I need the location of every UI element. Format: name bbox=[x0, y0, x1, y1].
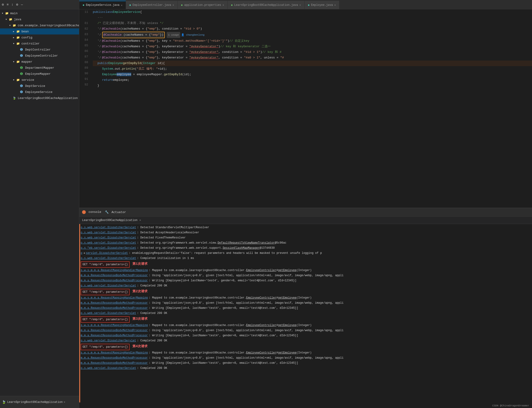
tab-springbootapp[interactable]: ● LearnSpringBoot09CacheApplication.java… bbox=[228, 1, 304, 9]
tab-bar: ● EmployeeService.java ✕ ● EmployeeContr… bbox=[79, 0, 532, 9]
code-line-11: public class EmployeeService { bbox=[93, 9, 532, 15]
tree-item-deptservice[interactable]: 🅒 DeptService bbox=[0, 83, 79, 89]
src-6[interactable]: o bbox=[81, 251, 82, 256]
tab-employeeservice[interactable]: ● EmployeeService.java ✕ bbox=[79, 1, 126, 9]
src-r3-2[interactable]: m.m.a.RequestResponseBodyMethodProcessor bbox=[81, 328, 148, 333]
toolbar-icon-3[interactable]: ↕ bbox=[11, 3, 13, 7]
user-changbenlong: 👤 changbenlong bbox=[181, 32, 204, 38]
tree-item-mapper[interactable]: 📁 mapper bbox=[0, 59, 79, 65]
tree-item-application[interactable]: 🍃 LearnSpringBoot09CacheApplication bbox=[0, 95, 79, 101]
tab-appproperties[interactable]: ● application.properties ✕ bbox=[178, 1, 228, 9]
src-1[interactable]: o.s.web.servlet.DispatcherServlet bbox=[81, 225, 136, 230]
console-line-2: o.s.web.servlet.DispatcherServlet : Dete… bbox=[81, 230, 532, 235]
tree-item-service[interactable]: 📁 service bbox=[0, 77, 79, 83]
csdn-footer: CSDN @ChinaDragonDreamer bbox=[79, 402, 532, 408]
src-5[interactable]: o.s "eb.servlet.DispatcherServlet bbox=[81, 246, 136, 251]
code-line-90: Employee employee = employeeMapper. getE… bbox=[93, 72, 532, 77]
actuator-tab-label: Actuator bbox=[111, 211, 126, 214]
code-line-91: return employee; bbox=[93, 77, 532, 83]
folder-icon-main: 📁 bbox=[5, 12, 9, 15]
code-89-paren: ("员工 编号: "+id); bbox=[135, 66, 167, 72]
src-7[interactable]: o.s.web.servlet.DispatcherServlet bbox=[81, 256, 136, 261]
java-icon-deptservice: 🅒 bbox=[20, 84, 24, 88]
txt-r1-4: : Completed 200 OK bbox=[137, 283, 167, 288]
tab-employeecontroller[interactable]: ● EmployeeController.java ✕ bbox=[126, 1, 178, 9]
tree-item-controller[interactable]: 📁 controller bbox=[0, 41, 79, 47]
java-icon-deptcontroller: 🅒 bbox=[20, 48, 24, 51]
folder-icon-com: 📁 bbox=[13, 24, 17, 27]
folder-icon-mapper: 📁 bbox=[16, 60, 20, 64]
txt-r4-3: : Writing [Employee{id=4, lastName='test… bbox=[149, 360, 298, 366]
src-r4-1[interactable]: s.w.s.m.m.a.RequestMappingHandlerMapping bbox=[81, 350, 148, 355]
src-r3-4[interactable]: o.s.web.servlet.DispatcherServlet bbox=[81, 338, 136, 343]
tab-close-appprops[interactable]: ✕ bbox=[223, 3, 224, 7]
tree-item-empservice[interactable]: 🅒 EmployeeService bbox=[0, 89, 79, 95]
src-6b[interactable]: servlet.DispatcherServlet bbox=[86, 251, 128, 256]
java-icon-deptmapper: 🅘 bbox=[20, 66, 24, 70]
tree-item-bean[interactable]: 📁 bean bbox=[0, 28, 79, 34]
cmt-81: /* 已定义缓存机制，不来用，不知 unless */ bbox=[93, 20, 163, 26]
toolbar-icon-2[interactable]: ≡ bbox=[7, 3, 9, 7]
tree-item-empmapper[interactable]: 🅘 EmployeeMapper bbox=[0, 71, 79, 77]
run-close-btn[interactable]: ✕ bbox=[139, 218, 141, 222]
txt-r2-1: : Mapped to com.example.learnspringboot0… bbox=[149, 295, 312, 300]
src-r2-4[interactable]: o.s.web.servlet.DispatcherServlet bbox=[81, 311, 136, 316]
src-r4-4[interactable]: o.s.web.servlet.DispatcherServlet bbox=[81, 366, 136, 371]
tab-label-springbootapp: LearnSpringBoot09CacheApplication.java bbox=[234, 3, 298, 7]
tree-label-application: LearnSpringBoot09CacheApplication bbox=[18, 96, 78, 100]
tab-employee[interactable]: ● Employee.java ✕ bbox=[304, 1, 339, 9]
tree-label-empmapper: EmployeeMapper bbox=[25, 72, 51, 76]
tab-icon-employee: ● bbox=[308, 3, 310, 7]
run-tab-console[interactable]: console bbox=[82, 209, 101, 215]
src-r2-2[interactable]: m.m.a.RequestResponseBodyMethodProcessor bbox=[81, 300, 148, 306]
tree-item-deptcontroller[interactable]: 🅒 DeptController bbox=[0, 47, 79, 53]
txt-2: : Detected AcceptHeaderLocaleResolver bbox=[137, 230, 199, 235]
src-r1-4[interactable]: o.s.web.servlet.DispatcherServlet bbox=[81, 283, 136, 288]
src-r1-2[interactable]: m.m.a.RequestResponseBodyMethodProcessor bbox=[81, 273, 148, 278]
code-89-out: .out. bbox=[113, 66, 122, 72]
tab-close-employee[interactable]: ✕ bbox=[334, 3, 336, 7]
console-line-r4-2: m.m.a.RequestResponseBodyMethodProcessor… bbox=[81, 355, 532, 360]
src-2[interactable]: o.s.web.servlet.DispatcherServlet bbox=[81, 230, 136, 235]
kw-class: class bbox=[104, 9, 113, 15]
src-r2-3[interactable]: m.m.a.RequestResponseBodyMethodProcessor bbox=[81, 306, 148, 311]
toolbar-icon-1[interactable]: ⚙ bbox=[2, 3, 4, 7]
tree-arrow-main bbox=[2, 12, 5, 15]
java-icon-empmapper: 🅘 bbox=[20, 72, 24, 76]
tree-item-config[interactable]: 📁 config bbox=[0, 34, 79, 41]
tree-item-java[interactable]: 📁 java bbox=[0, 16, 79, 22]
tab-label-empcontroller: EmployeeController.java bbox=[133, 3, 171, 7]
src-4[interactable]: o.s.web.servlet.DispatcherServlet bbox=[81, 240, 136, 246]
src-r4-3[interactable]: m.m.a.RequestResponseBodyMethodProcessor bbox=[81, 360, 148, 366]
src-r1-1[interactable]: s.w.s.m.m.a.RequestMappingHandlerMapping bbox=[81, 268, 148, 273]
toolbar-icon-4[interactable]: ⚙ bbox=[16, 3, 18, 7]
tree-item-deptmapper[interactable]: 🅘 DepartmentMapper bbox=[0, 65, 79, 71]
txt-4: : Detected org.springframework.web.servl… bbox=[137, 240, 286, 246]
src-r4-2[interactable]: m.m.a.RequestResponseBodyMethodProcessor bbox=[81, 355, 148, 360]
src-r3-3[interactable]: m.m.a.RequestResponseBodyMethodProcessor bbox=[81, 333, 148, 338]
run-tab-actuator[interactable]: 🔧 Actuator bbox=[105, 209, 126, 215]
src-r2-1[interactable]: s.w.s.m.m.a.RequestMappingHandlerMapping bbox=[81, 295, 148, 300]
run-config-close[interactable]: ✕ bbox=[64, 400, 65, 404]
toolbar-icon-5[interactable]: — bbox=[21, 3, 23, 7]
tree-item-employeecontroller[interactable]: 🅒 EmployeeController bbox=[0, 53, 79, 59]
cls-employee: Employee bbox=[108, 60, 123, 66]
tab-close-springbootapp[interactable]: ✕ bbox=[299, 3, 301, 7]
src-3[interactable]: o.s.web.servlet.DispatcherServlet bbox=[81, 235, 136, 240]
tab-close-empservice[interactable]: ✕ bbox=[121, 4, 122, 7]
console-line-r2-2: m.m.a.RequestResponseBodyMethodProcessor… bbox=[81, 300, 532, 306]
tree-item-com[interactable]: 📁 com.example.learnspringboot09cache bbox=[0, 22, 79, 28]
tree-arrow-bean bbox=[13, 30, 16, 33]
actuator-icon: 🔧 bbox=[105, 211, 109, 214]
ann-cacheable: @Cacheable bbox=[104, 33, 122, 37]
request-box-1: GET "/emp/4", parameters={} bbox=[81, 261, 130, 268]
src-r1-3[interactable]: m.m.a.RequestResponseBodyMethodProcessor bbox=[81, 278, 148, 283]
src-r3-1[interactable]: s.w.s.m.m.a.RequestMappingHandlerMapping bbox=[81, 323, 148, 328]
tab-close-empcontroller[interactable]: ✕ bbox=[173, 3, 174, 7]
tree-item-main[interactable]: 📁 main bbox=[0, 10, 79, 16]
folder-icon-controller: 📁 bbox=[16, 42, 20, 45]
project-tree: 📁 main 📁 java 📁 com.example.learnspringb… bbox=[0, 9, 79, 396]
tree-label-deptservice: DeptService bbox=[25, 84, 45, 88]
tree-label-bean: bean bbox=[21, 30, 29, 33]
request-line-1: GET "/emp/4", parameters={} 第1次请求 bbox=[81, 261, 532, 268]
